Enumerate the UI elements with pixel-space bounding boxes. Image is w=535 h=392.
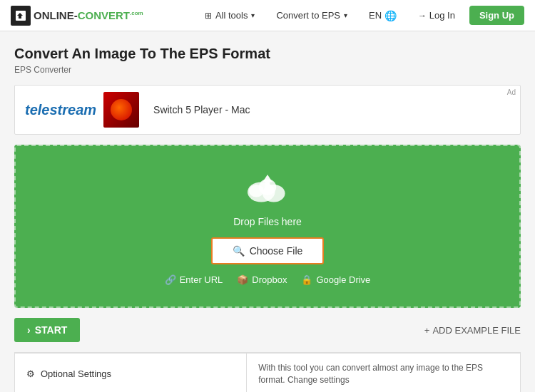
page-subtitle: EPS Converter [14, 65, 521, 75]
signup-label: Sign Up [479, 10, 514, 21]
link-icon: 🔗 [165, 274, 176, 285]
page-title: Convert An Image To The EPS Format [14, 46, 521, 62]
chevron-down-icon-2: ▾ [344, 11, 347, 19]
action-bar: › START + ADD EXAMPLE FILE [14, 318, 521, 342]
bottom-section: ⚙ Optional Settings With this tool you c… [14, 352, 521, 392]
login-button[interactable]: → Log In [411, 6, 462, 25]
choose-file-label: Choose File [250, 245, 303, 257]
gear-icon: ⚙ [26, 368, 35, 379]
convert-to-eps-label: Convert to EPS [276, 10, 340, 21]
convert-to-eps-button[interactable]: Convert to EPS ▾ [269, 6, 355, 25]
language-button[interactable]: EN 🌐 [362, 6, 404, 26]
enter-url-label: Enter URL [180, 274, 223, 285]
globe-icon: 🌐 [384, 10, 397, 21]
start-button[interactable]: › START [14, 318, 80, 342]
add-example-button[interactable]: + ADD EXAMPLE FILE [424, 325, 521, 336]
ad-label: Ad [507, 88, 516, 96]
search-icon: 🔍 [233, 245, 245, 257]
drop-text: Drop Files here [233, 216, 302, 227]
upload-area: Drop Files here 🔍 Choose File 🔗 Enter UR… [14, 145, 521, 308]
ad-circle-graphic [111, 99, 132, 120]
signup-button[interactable]: Sign Up [469, 6, 524, 25]
svg-point-4 [249, 185, 264, 197]
ad-brand: telestream [25, 102, 96, 118]
dropbox-link[interactable]: 📦 Dropbox [237, 274, 287, 285]
google-drive-link[interactable]: 🔒 Google Drive [301, 274, 370, 285]
logo-text: ONLINE-CONVERT.com [34, 9, 143, 21]
page-content: Convert An Image To The EPS Format EPS C… [0, 31, 535, 392]
lang-label: EN [369, 10, 382, 21]
ad-banner: Ad telestream Switch 5 Player - Mac [14, 85, 521, 135]
info-text: With this tool you can convert almost an… [247, 353, 521, 392]
header: ONLINE-CONVERT.com ⊞ All tools ▾ Convert… [0, 0, 535, 31]
enter-url-link[interactable]: 🔗 Enter URL [165, 274, 223, 285]
upload-links: 🔗 Enter URL 📦 Dropbox 🔒 Google Drive [165, 274, 371, 285]
start-label: START [35, 324, 68, 336]
login-label: Log In [429, 10, 455, 21]
chevron-down-icon: ▾ [251, 11, 255, 19]
ad-image [103, 92, 139, 128]
optional-settings[interactable]: ⚙ Optional Settings [14, 353, 247, 392]
plus-icon: + [424, 325, 430, 336]
google-drive-label: Google Drive [316, 274, 370, 285]
upload-icon [243, 167, 292, 209]
logo-icon [11, 6, 31, 26]
all-tools-label: All tools [215, 10, 248, 21]
logo[interactable]: ONLINE-CONVERT.com [11, 6, 143, 26]
ad-product-text: Switch 5 Player - Mac [153, 104, 250, 115]
ad-logo: telestream [25, 92, 139, 128]
chevron-right-icon: › [27, 324, 31, 336]
dropbox-icon: 📦 [237, 274, 248, 285]
grid-icon: ⊞ [205, 11, 212, 21]
optional-settings-label: Optional Settings [41, 368, 111, 379]
choose-file-button[interactable]: 🔍 Choose File [211, 237, 325, 264]
all-tools-button[interactable]: ⊞ All tools ▾ [198, 6, 263, 25]
dropbox-label: Dropbox [252, 274, 287, 285]
google-drive-icon: 🔒 [301, 274, 312, 285]
add-example-label: ADD EXAMPLE FILE [432, 325, 521, 336]
